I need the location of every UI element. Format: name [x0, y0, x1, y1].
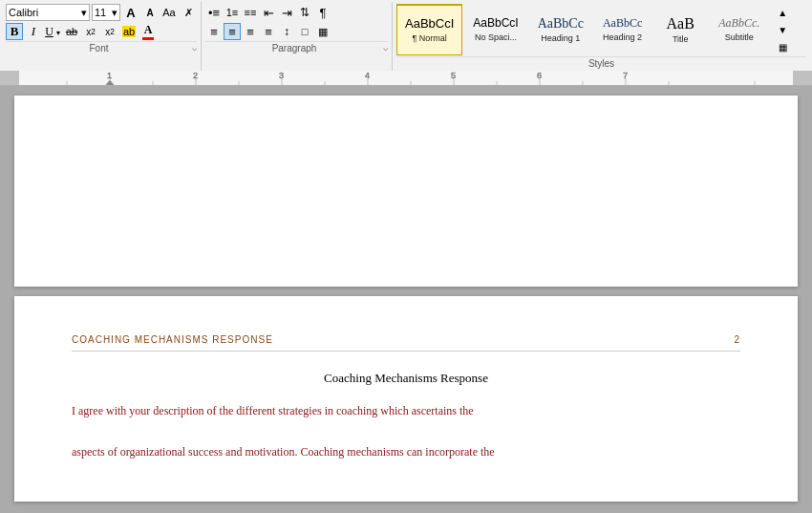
- font-name-value: Calibri: [9, 7, 38, 18]
- superscript-btn[interactable]: x2: [101, 23, 118, 40]
- body-para-1: I agree with your description of the dif…: [72, 401, 740, 422]
- font-size-arrow: ▾: [112, 7, 118, 19]
- svg-text:5: 5: [451, 71, 456, 80]
- style-subtitle-preview: AaBbCc.: [718, 17, 759, 30]
- font-top-row: Calibri ▾ 11 ▾ A A Aa ✗: [6, 4, 197, 21]
- line-spacing-btn[interactable]: ↕: [278, 23, 295, 40]
- highlight-btn[interactable]: ab: [120, 23, 138, 40]
- font-group: Calibri ▾ 11 ▾ A A Aa ✗ B I U: [2, 2, 202, 71]
- svg-rect-2: [19, 71, 793, 86]
- para-bottom-row: ≡ ≡ ≡ ≡ ↕ □ ▦: [205, 23, 388, 40]
- para-top-row: •≡ 1≡ ≡≡ ⇤ ⇥ ⇅ ¶: [205, 4, 388, 21]
- font-name-arrow: ▾: [81, 7, 87, 19]
- align-right-btn[interactable]: ≡: [242, 23, 259, 40]
- sort-btn[interactable]: ⇅: [296, 4, 313, 21]
- shading-btn[interactable]: □: [296, 23, 313, 40]
- svg-text:1: 1: [107, 71, 112, 80]
- style-h1-label: Heading 1: [541, 33, 580, 43]
- body-para-2: aspects of organizational success and mo…: [72, 442, 740, 463]
- paragraph-label-row: Paragraph ⌵: [205, 41, 388, 53]
- change-case-btn[interactable]: Aa: [160, 4, 178, 21]
- justify-btn[interactable]: ≡: [260, 23, 277, 40]
- multilevel-btn[interactable]: ≡≡: [242, 4, 259, 21]
- style-normal[interactable]: AaBbCcI ¶ Normal: [396, 4, 462, 55]
- svg-text:4: 4: [365, 71, 370, 80]
- document-area: COACHING MECHANISMS RESPONSE 2 Coaching …: [0, 86, 812, 513]
- page-2: COACHING MECHANISMS RESPONSE 2 Coaching …: [14, 296, 798, 502]
- font-shrink-btn[interactable]: A: [141, 4, 159, 21]
- page-header: COACHING MECHANISMS RESPONSE 2: [72, 334, 740, 352]
- svg-text:3: 3: [279, 71, 284, 80]
- font-size-dropdown[interactable]: 11 ▾: [92, 4, 120, 21]
- page-2-content: COACHING MECHANISMS RESPONSE 2 Coaching …: [14, 296, 798, 502]
- increase-indent-btn[interactable]: ⇥: [278, 4, 295, 21]
- borders-btn[interactable]: ▦: [314, 23, 331, 40]
- styles-scroll-btns: ▲ ▼ ▦: [770, 4, 795, 55]
- style-title[interactable]: AaB Title: [652, 4, 708, 55]
- styles-scroll-down[interactable]: ▼: [774, 21, 791, 38]
- font-bottom-row: B I U ▾ ab x2 x2 ab: [6, 23, 197, 40]
- svg-rect-0: [0, 71, 19, 86]
- style-subtitle[interactable]: AaBbCc. Subtitle: [710, 4, 768, 55]
- clear-formatting-btn[interactable]: ✗: [180, 4, 197, 21]
- subscript-btn[interactable]: x2: [82, 23, 99, 40]
- page-header-right: 2: [734, 334, 740, 345]
- font-name-dropdown[interactable]: Calibri ▾: [6, 4, 90, 21]
- svg-text:7: 7: [623, 71, 628, 80]
- strikethrough-btn[interactable]: ab: [63, 23, 80, 40]
- styles-scroll-up[interactable]: ▲: [774, 4, 791, 21]
- page-2-title: Coaching Mechanisms Response: [72, 371, 740, 386]
- font-section-label: Font: [6, 43, 192, 53]
- page-1: [14, 96, 798, 287]
- svg-rect-1: [793, 71, 812, 86]
- font-expand-icon[interactable]: ⌵: [192, 43, 197, 53]
- decrease-indent-btn[interactable]: ⇤: [260, 4, 277, 21]
- italic-btn[interactable]: I: [25, 23, 42, 40]
- ruler-svg: 1 2 3 4 5 6 7: [0, 71, 812, 86]
- style-h2-label: Heading 2: [603, 32, 642, 42]
- show-hide-btn[interactable]: ¶: [314, 4, 331, 21]
- style-nospace-preview: AaBbCcI: [473, 17, 518, 30]
- para-expand-icon[interactable]: ⌵: [383, 43, 388, 53]
- style-subtitle-label: Subtitle: [725, 32, 754, 42]
- styles-group: AaBbCcI ¶ Normal AaBbCcI No Spaci... AaB…: [393, 2, 810, 71]
- bold-btn[interactable]: B: [6, 23, 23, 40]
- style-normal-label: ¶ Normal: [412, 33, 446, 43]
- font-size-value: 11: [95, 7, 106, 18]
- bullets-btn[interactable]: •≡: [205, 4, 223, 21]
- style-h1-preview: AaBbCc: [538, 16, 584, 31]
- styles-section-label: Styles: [396, 58, 806, 69]
- paragraph-group: •≡ 1≡ ≡≡ ⇤ ⇥ ⇅ ¶ ≡ ≡ ≡ ≡ ↕ □ ▦ Paragraph: [202, 2, 393, 71]
- styles-more-btn[interactable]: ▦: [774, 38, 791, 55]
- align-center-btn[interactable]: ≡: [224, 23, 241, 40]
- ruler: 1 2 3 4 5 6 7: [0, 71, 812, 86]
- styles-label-row: Styles: [396, 56, 806, 69]
- style-title-preview: AaB: [667, 15, 694, 32]
- numbering-btn[interactable]: 1≡: [224, 4, 241, 21]
- font-grow-btn[interactable]: A: [122, 4, 139, 21]
- style-nospace-label: No Spaci...: [475, 32, 517, 42]
- style-heading1[interactable]: AaBbCc Heading 1: [529, 4, 592, 55]
- font-color-btn[interactable]: A: [139, 23, 157, 40]
- main-toolbar: Calibri ▾ 11 ▾ A A Aa ✗ B I U: [0, 0, 812, 71]
- style-h2-preview: AaBbCc: [603, 17, 642, 30]
- styles-items: AaBbCcI ¶ Normal AaBbCcI No Spaci... AaB…: [396, 4, 806, 55]
- svg-text:6: 6: [537, 71, 542, 80]
- svg-text:2: 2: [193, 71, 198, 80]
- page-header-left: COACHING MECHANISMS RESPONSE: [72, 334, 273, 345]
- style-no-spacing[interactable]: AaBbCcI No Spaci...: [464, 4, 526, 55]
- font-label-row: Font ⌵: [6, 41, 197, 53]
- style-heading2[interactable]: AaBbCc Heading 2: [594, 4, 651, 55]
- align-left-btn[interactable]: ≡: [205, 23, 223, 40]
- underline-btn[interactable]: U ▾: [44, 23, 61, 40]
- style-normal-preview: AaBbCcI: [405, 17, 454, 31]
- style-title-label: Title: [673, 34, 689, 44]
- paragraph-section-label: Paragraph: [205, 43, 383, 53]
- page-2-body: I agree with your description of the dif…: [72, 401, 740, 463]
